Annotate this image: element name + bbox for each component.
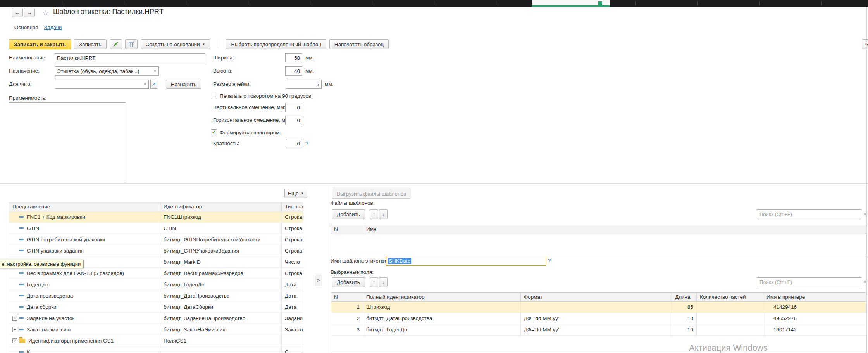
column-header[interactable]: Идентификатор bbox=[160, 202, 282, 211]
toolbar-divider bbox=[218, 40, 218, 48]
cell-length: 85 bbox=[672, 302, 697, 313]
field-icon bbox=[19, 250, 24, 251]
column-header[interactable]: Представление bbox=[9, 202, 160, 211]
more-button-top[interactable]: Еще bbox=[862, 39, 868, 49]
tree-row[interactable]: Дата сборкибитмдт_ДатаСборкиДата bbox=[9, 301, 303, 313]
chevron-down-icon: ▼ bbox=[301, 192, 304, 195]
forward-button[interactable]: → bbox=[24, 8, 35, 17]
column-header[interactable]: N bbox=[331, 225, 363, 234]
open-button[interactable]: ↗ bbox=[150, 80, 157, 89]
cell-full-identifier: битмдт_ДатаПроизводства bbox=[363, 313, 521, 324]
cell-type: Строка bbox=[282, 223, 303, 234]
more-fields-label: Еще bbox=[288, 190, 298, 196]
selected-field-row[interactable]: 1Штрихкод8541429416 bbox=[331, 302, 866, 313]
column-header[interactable]: Полный идентификатор bbox=[363, 293, 521, 301]
add-field-button[interactable]: Добавить bbox=[332, 277, 365, 287]
template-name-input[interactable]: SHKDate bbox=[386, 256, 546, 266]
tree-row[interactable]: FNC1 + Код маркировкиFNC1ШтрихкодСтрока bbox=[9, 211, 303, 223]
selected-field-row[interactable]: 3битмдт_ГоденДоДФ='dd.MM.yy'1019017142 bbox=[331, 324, 866, 336]
multiplicity-input[interactable] bbox=[286, 139, 302, 148]
height-input[interactable] bbox=[285, 66, 302, 76]
add-file-button[interactable]: Добавить bbox=[332, 209, 365, 219]
vertical-offset-label: Вертикальное смещение, мм: bbox=[213, 103, 286, 112]
tree-row[interactable]: GTINGTINСтрока bbox=[9, 223, 303, 234]
report-grid-icon bbox=[128, 41, 134, 47]
cell-identifier bbox=[160, 346, 282, 353]
favorites-star-icon[interactable]: ☆ bbox=[43, 9, 48, 17]
move-up-button[interactable]: ↑ bbox=[370, 277, 378, 287]
report-icon-button[interactable] bbox=[125, 39, 138, 49]
up-arrow-icon: ↑ bbox=[373, 211, 375, 217]
more-button-fields[interactable]: Еще ▼ bbox=[284, 189, 307, 198]
field-icon bbox=[19, 272, 24, 274]
vertical-offset-input[interactable] bbox=[285, 103, 302, 112]
move-to-selected-button[interactable]: > bbox=[315, 275, 322, 286]
cell-type: Задание bbox=[282, 313, 303, 324]
create-based-on-button[interactable]: Создать на основании ▼ bbox=[141, 39, 210, 49]
tab-zadachi[interactable]: Задачи bbox=[44, 24, 62, 30]
tab-osnovnoe[interactable]: Основное bbox=[14, 24, 38, 30]
cell-representation: Дата производства bbox=[9, 290, 160, 301]
formed-by-printer-checkbox[interactable]: ✓ bbox=[211, 129, 217, 135]
expand-icon[interactable]: + bbox=[12, 338, 17, 343]
tree-row[interactable]: +Задание на участокбитмдт_ЗаданиеНаПроиз… bbox=[9, 313, 303, 324]
tree-row[interactable]: КС bbox=[9, 346, 303, 353]
cell-identifier: битмдт_ВесВГраммах5Разрядов bbox=[160, 268, 282, 279]
cell-size-input[interactable] bbox=[286, 80, 322, 89]
tree-row[interactable]: Вес в граммах для EAN-13 (5 разрядов)бит… bbox=[9, 268, 303, 279]
tree-row[interactable]: Дата производствабитмдт_ДатаПроизводства… bbox=[9, 290, 303, 301]
files-table-body[interactable] bbox=[331, 234, 866, 256]
column-header[interactable]: Количество частей bbox=[697, 293, 763, 301]
for-what-combo[interactable]: ▼ bbox=[55, 80, 149, 89]
chevron-down-icon[interactable]: ▼ bbox=[152, 69, 158, 73]
applicability-box[interactable] bbox=[9, 102, 126, 183]
browser-active-tab[interactable] bbox=[532, 0, 610, 7]
move-down-button[interactable]: ↓ bbox=[379, 209, 388, 219]
quill-icon-button[interactable] bbox=[110, 39, 122, 49]
help-link[interactable]: ? bbox=[305, 140, 308, 146]
column-header[interactable]: Имя в принтере bbox=[763, 293, 866, 301]
column-header[interactable]: Имя bbox=[363, 225, 866, 234]
print-sample-button[interactable]: Напечатать образец bbox=[329, 39, 389, 49]
tree-row[interactable]: +Заказ на эмиссиюбитмдт_ЗаказНаЭмиссиюЗа… bbox=[9, 324, 303, 335]
toolbar: Записать и закрыть Записать Создать на о… bbox=[9, 39, 389, 49]
selected-field-row[interactable]: 2битмдт_ДатаПроизводстваДФ='dd.MM.yy'104… bbox=[331, 313, 866, 324]
cell-identifier: битмдт_GTINПотребительскойУпаковки bbox=[160, 234, 282, 245]
upload-template-files-button[interactable]: Выгрузить файлы шаблонов bbox=[332, 189, 411, 199]
tree-row[interactable]: GTIN потребительской упаковкибитмдт_GTIN… bbox=[9, 234, 303, 245]
choose-predefined-template-button[interactable]: Выбрать предопределенный шаблон bbox=[226, 39, 326, 49]
save-button[interactable]: Записать bbox=[74, 39, 107, 49]
tree-row[interactable]: GTIN упаковки заданиябитмдт_GTINУпаковки… bbox=[9, 245, 303, 256]
expand-icon[interactable]: + bbox=[12, 316, 17, 321]
help-link[interactable]: ? bbox=[548, 258, 551, 263]
name-input[interactable] bbox=[55, 53, 205, 62]
column-header[interactable]: N bbox=[331, 293, 363, 301]
field-representation: К bbox=[27, 349, 30, 353]
files-search-input[interactable] bbox=[757, 209, 861, 219]
width-input[interactable] bbox=[285, 53, 302, 62]
field-representation: GTIN bbox=[27, 225, 39, 231]
tab-divider bbox=[310, 1, 310, 5]
cell-parts-count bbox=[697, 324, 763, 336]
cell-type: Число bbox=[282, 256, 303, 267]
move-down-button[interactable]: ↓ bbox=[379, 277, 388, 287]
column-header[interactable]: Длина bbox=[672, 293, 697, 301]
chevron-down-icon[interactable]: ▼ bbox=[141, 83, 148, 86]
column-header[interactable]: Тип знач bbox=[282, 202, 303, 211]
horizontal-offset-input[interactable] bbox=[285, 116, 302, 125]
rotate-90-checkbox[interactable] bbox=[211, 93, 217, 99]
save-and-close-button[interactable]: Записать и закрыть bbox=[9, 39, 71, 49]
tree-row[interactable]: Годен добитмдт_ГоденДоДата bbox=[9, 279, 303, 290]
clear-search-icon[interactable]: × bbox=[862, 209, 868, 219]
selected-fields-search-input[interactable] bbox=[757, 277, 861, 287]
purpose-combo[interactable]: Этикетка (обувь, одежда, табак...) ▼ bbox=[55, 66, 159, 76]
expand-icon[interactable]: + bbox=[12, 327, 17, 332]
tree-row[interactable]: +Идентификаторы применения GS1ПоляGS1 bbox=[9, 335, 303, 346]
move-up-button[interactable]: ↑ bbox=[370, 209, 378, 219]
assign-button[interactable]: Назначить bbox=[166, 80, 202, 89]
clear-search-icon[interactable]: × bbox=[862, 277, 868, 287]
cell-representation: +Задание на участок bbox=[9, 313, 160, 324]
selected-text: SHKDate bbox=[388, 258, 411, 264]
back-button[interactable]: ← bbox=[12, 8, 23, 17]
column-header[interactable]: Формат bbox=[521, 293, 672, 301]
